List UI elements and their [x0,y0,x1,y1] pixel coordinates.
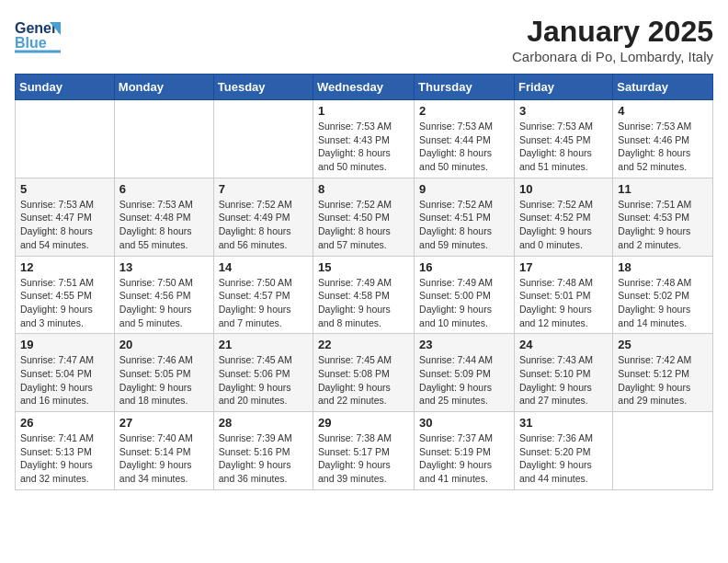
sunrise-text: Sunrise: 7:53 AM [318,121,392,132]
header-saturday: Saturday [613,75,713,100]
day-number: 23 [419,338,509,351]
day-number: 26 [20,416,109,430]
day-number: 25 [618,338,708,351]
day-info: Sunrise: 7:52 AM Sunset: 4:52 PM Dayligh… [519,198,608,252]
calendar-cell: 6 Sunrise: 7:53 AM Sunset: 4:48 PM Dayli… [114,178,213,256]
sunrise-text: Sunrise: 7:52 AM [419,199,493,210]
sunset-text: Sunset: 4:45 PM [519,134,591,145]
day-number: 22 [318,338,409,351]
day-info: Sunrise: 7:50 AM Sunset: 4:57 PM Dayligh… [219,276,308,330]
calendar-cell [16,100,115,178]
daylight-text: Daylight: 9 hours and 14 minutes. [618,304,690,328]
day-number: 4 [618,104,708,118]
sunrise-text: Sunrise: 7:43 AM [519,354,593,365]
day-number: 11 [618,182,708,196]
sunrise-text: Sunrise: 7:53 AM [119,199,193,210]
calendar-cell: 25 Sunrise: 7:42 AM Sunset: 5:12 PM Dayl… [613,334,713,412]
sunset-text: Sunset: 4:50 PM [318,212,390,223]
sunset-text: Sunset: 5:00 PM [419,290,491,301]
calendar-table: Sunday Monday Tuesday Wednesday Thursday… [15,74,713,490]
day-number: 21 [219,338,308,351]
day-info: Sunrise: 7:49 AM Sunset: 4:58 PM Dayligh… [318,276,409,330]
sunset-text: Sunset: 5:09 PM [419,368,491,379]
day-info: Sunrise: 7:53 AM Sunset: 4:47 PM Dayligh… [20,198,109,252]
day-info: Sunrise: 7:48 AM Sunset: 5:02 PM Dayligh… [618,276,708,330]
daylight-text: Daylight: 9 hours and 7 minutes. [219,304,291,328]
day-info: Sunrise: 7:51 AM Sunset: 4:53 PM Dayligh… [618,198,708,252]
header-thursday: Thursday [415,75,515,100]
day-number: 24 [519,338,608,351]
daylight-text: Daylight: 9 hours and 25 minutes. [419,382,492,407]
daylight-text: Daylight: 8 hours and 55 minutes. [119,225,192,250]
day-number: 10 [519,182,608,196]
calendar-cell: 17 Sunrise: 7:48 AM Sunset: 5:01 PM Dayl… [514,256,612,334]
calendar-cell [613,412,713,490]
week-row-2: 5 Sunrise: 7:53 AM Sunset: 4:47 PM Dayli… [16,178,713,256]
day-number: 6 [119,182,209,196]
calendar-cell: 18 Sunrise: 7:48 AM Sunset: 5:02 PM Dayl… [613,256,713,334]
sunrise-text: Sunrise: 7:46 AM [119,354,193,365]
daylight-text: Daylight: 9 hours and 18 minutes. [119,382,192,407]
sunrise-text: Sunrise: 7:47 AM [20,354,94,365]
sunrise-text: Sunrise: 7:51 AM [20,277,94,288]
calendar-cell: 20 Sunrise: 7:46 AM Sunset: 5:05 PM Dayl… [114,334,213,412]
sunset-text: Sunset: 5:16 PM [219,446,290,457]
header-monday: Monday [114,75,213,100]
calendar-cell: 1 Sunrise: 7:53 AM Sunset: 4:43 PM Dayli… [313,100,415,178]
calendar-cell: 22 Sunrise: 7:45 AM Sunset: 5:08 PM Dayl… [313,334,415,412]
daylight-text: Daylight: 8 hours and 51 minutes. [519,147,592,172]
daylight-text: Daylight: 9 hours and 27 minutes. [519,382,592,407]
sunset-text: Sunset: 4:56 PM [119,290,191,301]
sunrise-text: Sunrise: 7:49 AM [318,277,392,288]
sunset-text: Sunset: 5:14 PM [119,446,191,457]
day-number: 3 [519,104,608,118]
calendar-cell: 15 Sunrise: 7:49 AM Sunset: 4:58 PM Dayl… [313,256,415,334]
calendar-cell: 10 Sunrise: 7:52 AM Sunset: 4:52 PM Dayl… [514,178,612,256]
daylight-text: Daylight: 8 hours and 50 minutes. [419,147,492,172]
sunrise-text: Sunrise: 7:49 AM [419,277,493,288]
daylight-text: Daylight: 9 hours and 20 minutes. [219,382,291,407]
calendar-cell: 8 Sunrise: 7:52 AM Sunset: 4:50 PM Dayli… [313,178,415,256]
daylight-text: Daylight: 9 hours and 39 minutes. [318,459,391,484]
sunset-text: Sunset: 4:49 PM [219,212,290,223]
daylight-text: Daylight: 8 hours and 54 minutes. [20,225,93,250]
daylight-text: Daylight: 9 hours and 29 minutes. [618,382,690,407]
day-number: 19 [20,338,109,351]
title-section: January 2025 Carbonara di Po, Lombardy, … [512,15,713,64]
daylight-text: Daylight: 8 hours and 57 minutes. [318,225,391,250]
daylight-text: Daylight: 9 hours and 34 minutes. [119,459,192,484]
header-sunday: Sunday [16,75,115,100]
day-info: Sunrise: 7:52 AM Sunset: 4:51 PM Dayligh… [419,198,509,252]
day-info: Sunrise: 7:38 AM Sunset: 5:17 PM Dayligh… [318,431,409,486]
week-row-3: 12 Sunrise: 7:51 AM Sunset: 4:55 PM Dayl… [16,256,713,334]
day-info: Sunrise: 7:53 AM Sunset: 4:46 PM Dayligh… [618,120,708,174]
calendar-cell: 11 Sunrise: 7:51 AM Sunset: 4:53 PM Dayl… [613,178,713,256]
day-info: Sunrise: 7:53 AM Sunset: 4:48 PM Dayligh… [119,198,209,252]
calendar-cell: 28 Sunrise: 7:39 AM Sunset: 5:16 PM Dayl… [213,412,313,490]
day-info: Sunrise: 7:49 AM Sunset: 5:00 PM Dayligh… [419,276,509,330]
sunset-text: Sunset: 4:47 PM [20,212,92,223]
day-info: Sunrise: 7:45 AM Sunset: 5:06 PM Dayligh… [219,353,308,408]
sunset-text: Sunset: 5:12 PM [618,368,689,379]
day-number: 31 [519,416,608,430]
daylight-text: Daylight: 9 hours and 16 minutes. [20,382,93,407]
week-row-4: 19 Sunrise: 7:47 AM Sunset: 5:04 PM Dayl… [16,334,713,412]
day-number: 20 [119,338,209,351]
sunrise-text: Sunrise: 7:52 AM [219,199,292,210]
sunrise-text: Sunrise: 7:39 AM [219,432,292,443]
sunrise-text: Sunrise: 7:42 AM [618,354,691,365]
daylight-text: Daylight: 8 hours and 52 minutes. [618,147,690,172]
sunset-text: Sunset: 4:57 PM [219,290,290,301]
day-info: Sunrise: 7:37 AM Sunset: 5:19 PM Dayligh… [419,431,509,486]
sunrise-text: Sunrise: 7:53 AM [20,199,94,210]
sunset-text: Sunset: 5:06 PM [219,368,290,379]
calendar-cell: 12 Sunrise: 7:51 AM Sunset: 4:55 PM Dayl… [16,256,115,334]
calendar-cell: 29 Sunrise: 7:38 AM Sunset: 5:17 PM Dayl… [313,412,415,490]
logo-icon: General Blue [15,15,61,56]
header-friday: Friday [514,75,612,100]
sunset-text: Sunset: 4:52 PM [519,212,591,223]
day-info: Sunrise: 7:42 AM Sunset: 5:12 PM Dayligh… [618,353,708,408]
day-info: Sunrise: 7:53 AM Sunset: 4:44 PM Dayligh… [419,120,509,174]
sunrise-text: Sunrise: 7:44 AM [419,354,493,365]
sunrise-text: Sunrise: 7:53 AM [618,121,691,132]
